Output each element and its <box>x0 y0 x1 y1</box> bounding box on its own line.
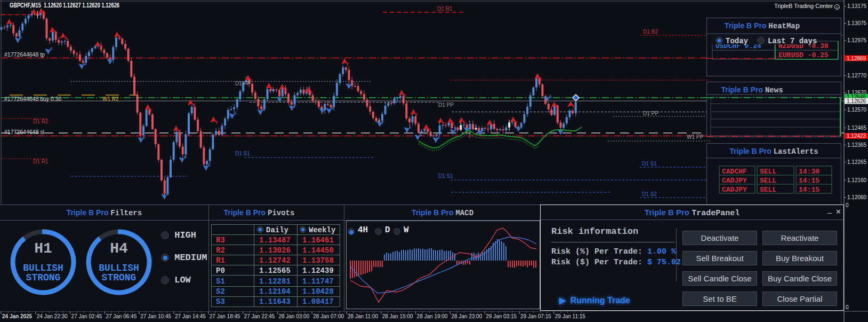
svg-text:1.12160: 1.12160 <box>847 177 867 183</box>
svg-text:#1772644648 tp: #1772644648 tp <box>4 51 45 58</box>
svg-text:D1 PP: D1 PP <box>643 111 658 116</box>
svg-text:1.12265: 1.12265 <box>847 159 867 165</box>
svg-text:1.13075: 1.13075 <box>847 20 867 26</box>
svg-text:1.12365: 1.12365 <box>847 142 867 148</box>
svg-text:1.12626: 1.12626 <box>847 98 866 104</box>
svg-text:1.13175: 1.13175 <box>847 3 867 9</box>
svg-text:1.12465: 1.12465 <box>847 125 867 131</box>
svg-text:28 Jan 19:00: 28 Jan 19:00 <box>417 313 448 319</box>
svg-text:27 Jan 22:45: 27 Jan 22:45 <box>244 313 275 319</box>
svg-text:D1 PP: D1 PP <box>438 102 454 108</box>
svg-text:D1 S1: D1 S1 <box>438 173 453 179</box>
svg-text:W1 PP: W1 PP <box>687 134 703 140</box>
svg-text:D1 R2: D1 R2 <box>33 119 49 124</box>
svg-text:SELL: SELL <box>760 177 776 185</box>
svg-text:27 Jan 02:45: 27 Jan 02:45 <box>71 313 102 319</box>
svg-text:14:15: 14:15 <box>799 186 819 194</box>
svg-text:Today: Today <box>726 37 749 45</box>
svg-text:28 Jan 03:00: 28 Jan 03:00 <box>278 313 309 319</box>
svg-text:28 Jan 23:00: 28 Jan 23:00 <box>451 313 482 319</box>
svg-text:D1 S1: D1 S1 <box>235 151 250 156</box>
svg-text:14:15: 14:15 <box>799 177 819 185</box>
svg-text:1.12060: 1.12060 <box>847 194 867 200</box>
svg-text:29 Jan 11:15: 29 Jan 11:15 <box>555 313 586 319</box>
svg-text:28 Jan 15:00: 28 Jan 15:00 <box>382 313 413 319</box>
svg-text:CADCHF: CADCHF <box>722 168 747 176</box>
svg-text:D1 R2: D1 R2 <box>643 29 658 35</box>
svg-text:1.12770: 1.12770 <box>847 73 867 78</box>
svg-text:0: 0 <box>846 304 849 310</box>
svg-text:D1 R1: D1 R1 <box>33 159 49 164</box>
svg-text:SELL: SELL <box>760 186 776 194</box>
svg-text:28 Jan 07:00: 28 Jan 07:00 <box>313 313 344 319</box>
svg-text:27 Jan 10:45: 27 Jan 10:45 <box>140 313 171 319</box>
svg-text:27 Jan 06:45: 27 Jan 06:45 <box>106 313 136 319</box>
svg-text:CADJPY: CADJPY <box>722 186 747 194</box>
svg-text:EURUSD -0.25: EURUSD -0.25 <box>778 51 829 59</box>
svg-text:29 Jan 03:15: 29 Jan 03:15 <box>486 313 517 319</box>
svg-text:24 Jan 22:30: 24 Jan 22:30 <box>37 313 68 319</box>
svg-text:24 Jan 2025: 24 Jan 2025 <box>2 313 33 319</box>
svg-text:D1 S2: D1 S2 <box>642 191 657 197</box>
svg-text:1.12975: 1.12975 <box>847 37 867 43</box>
svg-text:D1 S1: D1 S1 <box>642 161 657 167</box>
svg-text:14:30: 14:30 <box>799 168 819 176</box>
svg-text:27 Jan 14:45: 27 Jan 14:45 <box>175 313 206 319</box>
svg-text:1.12869: 1.12869 <box>847 56 866 61</box>
svg-text:W1 R2: W1 R2 <box>102 96 119 102</box>
svg-text:1.12423: 1.12423 <box>847 133 866 139</box>
svg-text:D1 PP: D1 PP <box>235 81 251 87</box>
svg-text:CADJPY: CADJPY <box>722 177 747 185</box>
svg-text:0: 0 <box>846 202 849 208</box>
svg-text:29 Jan 07:15: 29 Jan 07:15 <box>520 313 551 319</box>
svg-text:#1772644648 buy 0.30: #1772644648 buy 0.30 <box>4 96 62 102</box>
svg-text:GBPCHF,M15 1.12620 1.12627 1.: GBPCHF,M15 1.12620 1.12627 1.12620 1.126… <box>10 2 119 9</box>
svg-text:D1 R1: D1 R1 <box>437 6 453 12</box>
svg-text:27 Jan 18:45: 27 Jan 18:45 <box>210 313 240 319</box>
svg-text:SELL: SELL <box>760 168 776 176</box>
svg-text:1.12570: 1.12570 <box>847 107 867 113</box>
svg-text:28 Jan 11:00: 28 Jan 11:00 <box>348 313 379 319</box>
svg-text:Last 7 days: Last 7 days <box>768 37 817 45</box>
svg-text:#1772644648 sl: #1772644648 sl <box>4 129 44 135</box>
